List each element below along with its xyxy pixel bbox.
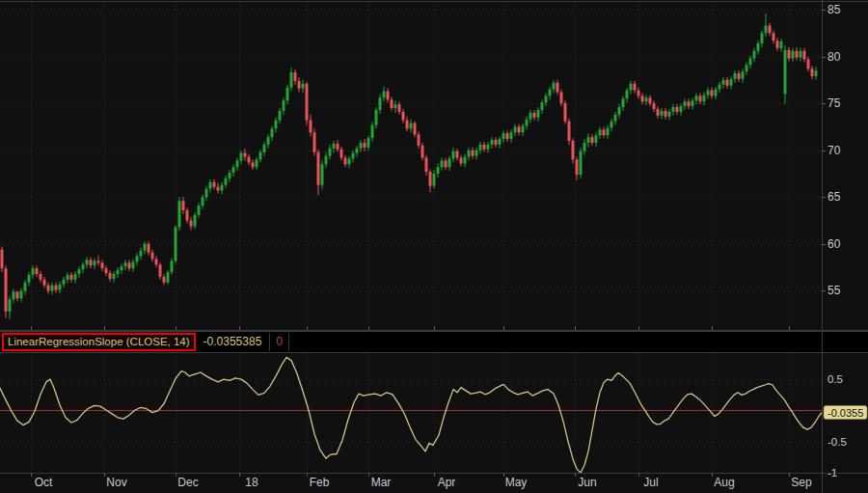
time-axis-label: Mar bbox=[371, 476, 392, 489]
indicator-zero-value: 0 bbox=[270, 333, 289, 351]
price-axis-label: 70 bbox=[827, 144, 841, 157]
indicator-axis-label: -0.5 bbox=[827, 436, 847, 448]
time-axis-label: Jul bbox=[643, 476, 658, 489]
indicator-value-badge: -0.0355 bbox=[824, 406, 867, 420]
price-axis-label: 65 bbox=[827, 190, 841, 204]
price-axis-label: 55 bbox=[827, 284, 841, 297]
price-axis-label: 75 bbox=[827, 96, 841, 110]
time-axis-label: Jun bbox=[578, 476, 596, 489]
indicator-header-row: LinearRegressionSlope (CLOSE, 14) -0.035… bbox=[0, 331, 868, 353]
indicator-label[interactable]: LinearRegressionSlope (CLOSE, 14) bbox=[2, 333, 196, 351]
time-axis-label: Apr bbox=[438, 476, 456, 489]
indicator-value-badge-text: -0.0355 bbox=[827, 407, 863, 419]
time-axis-label: Nov bbox=[106, 476, 126, 489]
time-axis-label: Oct bbox=[35, 476, 53, 489]
trading-chart-window: 858075706560550.5-0.5-1-0.0355OctNovDec1… bbox=[0, 0, 868, 493]
price-axis-label: 60 bbox=[827, 237, 841, 251]
time-axis-label: Sep bbox=[791, 476, 812, 489]
time-axis-label: Feb bbox=[310, 476, 330, 489]
price-axis-label: 80 bbox=[827, 50, 841, 64]
indicator-value: -0.0355385 bbox=[196, 333, 271, 351]
axis-separator bbox=[822, 332, 823, 352]
time-axis-label: Dec bbox=[177, 476, 198, 489]
chart-canvas[interactable]: 858075706560550.5-0.5-1-0.0355OctNovDec1… bbox=[0, 0, 868, 493]
time-axis-label: 18 bbox=[245, 476, 258, 489]
indicator-axis-label: -1 bbox=[827, 467, 837, 479]
price-axis-label: 85 bbox=[827, 3, 841, 16]
indicator-axis-label: 0.5 bbox=[827, 373, 843, 385]
time-axis-label: May bbox=[505, 476, 528, 489]
time-axis-label: Aug bbox=[714, 476, 734, 489]
